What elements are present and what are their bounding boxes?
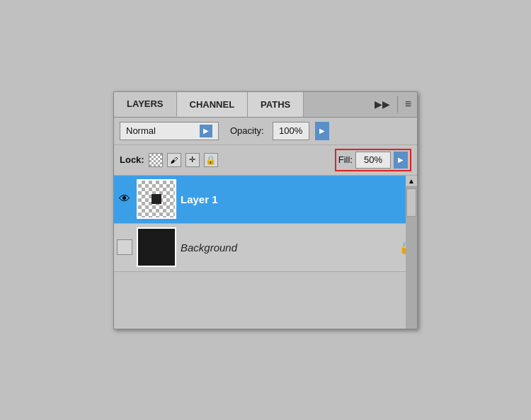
tab-layers[interactable]: LAYERS	[114, 92, 177, 117]
thumb-black-background	[138, 229, 175, 266]
layer-name-background: Background	[181, 242, 237, 254]
eye-icon-layer1: 👁	[119, 193, 130, 205]
lock-move-button[interactable]: ✛	[185, 153, 200, 167]
layer-thumb-layer1	[137, 179, 176, 219]
brush-icon: 🖌	[170, 156, 178, 164]
more-arrows-icon: ▶▶	[375, 98, 390, 110]
fill-value[interactable]: 50%	[355, 152, 391, 169]
tab-divider	[397, 96, 398, 113]
fill-label: Fill:	[338, 154, 353, 165]
panel-menu-button[interactable]: ≡	[399, 98, 417, 110]
layers-empty-area	[114, 272, 417, 329]
visibility-toggle-layer1[interactable]: 👁	[117, 191, 132, 207]
layer-item-background[interactable]: Background 🔒	[114, 224, 417, 272]
menu-icon: ≡	[405, 98, 411, 110]
thumb-checker-layer1	[138, 181, 175, 217]
fill-arrow-button[interactable]: ▶	[394, 152, 408, 169]
scroll-up-icon: ▲	[408, 177, 415, 185]
layers-panel: LAYERS CHANNEL PATHS ▶▶ ≡ Normal ▶ Opaci…	[113, 91, 418, 329]
layer-name-layer1: Layer 1	[181, 193, 218, 205]
move-icon: ✛	[189, 155, 195, 164]
tab-paths[interactable]: PATHS	[248, 92, 304, 117]
tab-bar: LAYERS CHANNEL PATHS ▶▶ ≡	[114, 92, 417, 118]
blend-mode-value: Normal	[126, 125, 195, 136]
lock-brush-button[interactable]: 🖌	[167, 153, 181, 167]
opacity-arrow-button[interactable]: ▶	[315, 122, 329, 140]
layers-list: 👁 Layer 1 Background 🔒	[114, 176, 417, 329]
more-tabs-button[interactable]: ▶▶	[369, 92, 396, 117]
lock-all-button[interactable]: 🔒	[204, 153, 218, 167]
tab-channel[interactable]: CHANNEL	[177, 92, 249, 117]
layer-item-layer1[interactable]: 👁 Layer 1	[114, 176, 417, 224]
visibility-toggle-background[interactable]	[117, 239, 132, 255]
opacity-arrow-icon: ▶	[319, 127, 325, 135]
scroll-thumb[interactable]	[406, 188, 416, 217]
scroll-bar: ▲	[406, 176, 417, 329]
layers-list-wrapper: 👁 Layer 1 Background 🔒	[114, 176, 417, 329]
lock-row: Lock: 🖌 ✛ 🔒 Fill: 50% ▶	[114, 145, 417, 176]
blend-mode-arrow-button[interactable]: ▶	[200, 125, 212, 137]
lock-label: Lock:	[120, 154, 144, 165]
fill-highlight-box: Fill: 50% ▶	[335, 149, 411, 171]
lock-transparency-button[interactable]	[149, 153, 163, 167]
blend-mode-dropdown[interactable]: Normal ▶	[120, 122, 219, 140]
opacity-value[interactable]: 100%	[273, 122, 309, 140]
layer-thumb-background	[137, 227, 176, 267]
dropdown-arrow-icon: ▶	[203, 127, 209, 135]
scroll-up-button[interactable]: ▲	[406, 176, 417, 187]
blend-mode-row: Normal ▶ Opacity: 100% ▶	[114, 118, 417, 145]
opacity-label: Opacity:	[230, 125, 264, 136]
fill-arrow-icon: ▶	[398, 156, 404, 164]
lock-all-icon: 🔒	[205, 155, 216, 165]
thumb-dot-layer1	[152, 194, 161, 204]
